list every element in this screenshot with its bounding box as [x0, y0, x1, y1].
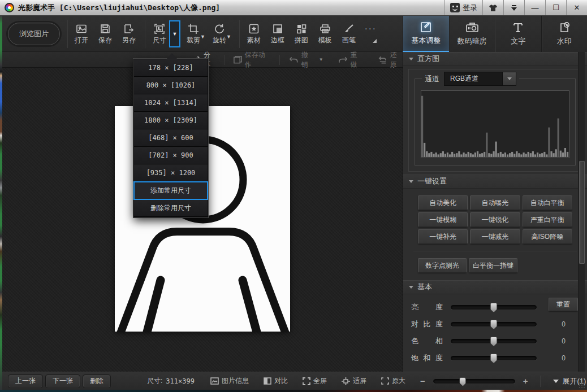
resize-grip[interactable]: [579, 382, 585, 389]
size-menu-item[interactable]: [702] × 900: [134, 147, 208, 164]
onekey-blur-button[interactable]: 一键模糊: [418, 212, 468, 227]
frame-button[interactable]: 边框: [271, 22, 284, 45]
rotate-button[interactable]: 旋转: [213, 22, 226, 45]
rotate-dropdown-arrow[interactable]: ▼: [226, 34, 231, 40]
material-button[interactable]: 素材: [247, 22, 261, 45]
size-menu-item[interactable]: 1024 × [1314]: [134, 94, 208, 112]
digital-spot-metering-button[interactable]: 数字点测光: [418, 258, 467, 273]
image-info-button[interactable]: 图片信息: [210, 376, 249, 386]
size-label: 尺寸:: [147, 376, 162, 386]
collage-button[interactable]: 拼图: [295, 22, 308, 45]
slider-thumb[interactable]: [490, 320, 498, 329]
auto-white-balance-button[interactable]: 自动白平衡: [523, 195, 572, 210]
crop-icon: [188, 22, 199, 36]
tab-digital-darkroom[interactable]: 数码暗房: [449, 16, 495, 52]
more-corner-icon: [373, 39, 377, 43]
login-button[interactable]: 登录: [444, 0, 482, 15]
channel-value: RGB通道: [444, 74, 502, 84]
brightness-slider[interactable]: [451, 305, 537, 310]
delete-common-size-item[interactable]: 删除常用尺寸: [134, 199, 208, 217]
minimize-button[interactable]: —: [524, 0, 545, 15]
collapse-triangle-icon: [409, 58, 413, 60]
original-size-button[interactable]: 原大: [381, 376, 405, 386]
zoom-out-button[interactable]: −: [420, 376, 425, 386]
histogram-plot: [421, 90, 569, 158]
close-button[interactable]: ✕: [566, 0, 587, 15]
next-image-button[interactable]: 下一张: [45, 374, 80, 388]
white-balance-one-touch-button[interactable]: 白平衡一指键: [469, 258, 517, 273]
crop-dropdown-arrow[interactable]: ▼: [200, 34, 205, 40]
tab-basic-adjust[interactable]: 基本调整: [403, 16, 449, 52]
contrast-slider[interactable]: [451, 322, 537, 326]
maximize-button[interactable]: ☐: [545, 0, 566, 15]
fit-screen-button[interactable]: 适屏: [342, 376, 366, 386]
tab-text[interactable]: 文字: [495, 16, 541, 52]
onekey-dim-light-button[interactable]: 一键减光: [470, 229, 520, 244]
saturation-slider[interactable]: [451, 356, 537, 360]
status-bar: 上一张 下一张 删除 尺寸: 311×399 图片信息 对比 全屏 适屏 原大 …: [0, 372, 587, 390]
resize-button[interactable]: 尺寸: [153, 22, 166, 45]
hue-slider[interactable]: [451, 339, 537, 343]
save-as-button[interactable]: 另存: [122, 22, 136, 45]
onekey-section-header[interactable]: 一键设置: [403, 175, 587, 189]
undo-dropdown-arrow[interactable]: ▼: [319, 57, 323, 62]
delete-image-button[interactable]: 删除: [83, 374, 111, 388]
hue-label: 色 相: [411, 336, 443, 346]
auto-beautify-button[interactable]: 自动美化: [418, 195, 468, 210]
template-button[interactable]: 模板: [318, 22, 332, 45]
toolbar-separator: [145, 20, 145, 48]
more-tools-button[interactable]: ···: [365, 24, 377, 43]
redo-button[interactable]: 重做: [338, 50, 364, 69]
channel-dropdown-button[interactable]: [502, 72, 516, 85]
slider-thumb[interactable]: [490, 303, 498, 312]
undo-icon: [289, 56, 299, 64]
zoom-in-button[interactable]: +: [523, 376, 528, 386]
browse-images-button[interactable]: 浏览图片: [8, 23, 60, 45]
auto-exposure-button[interactable]: 自动曝光: [470, 195, 520, 210]
size-menu-item[interactable]: 178 × [228]: [134, 59, 208, 77]
slider-thumb[interactable]: [490, 354, 498, 363]
collapse-window-button[interactable]: [503, 0, 524, 15]
zoom-slider[interactable]: [433, 379, 515, 384]
crop-button[interactable]: 裁剪: [187, 22, 200, 45]
previous-image-button[interactable]: 上一张: [8, 374, 43, 388]
channel-select[interactable]: RGB通道: [444, 72, 516, 86]
size-menu-item[interactable]: 800 × [1026]: [134, 77, 208, 94]
panel-scrollbar[interactable]: [578, 52, 585, 372]
contrast-label: 对 比 度: [411, 319, 443, 329]
tab-watermark[interactable]: 水印: [541, 16, 587, 52]
add-common-size-item[interactable]: 添加常用尺寸: [134, 182, 208, 199]
onekey-sharpen-button[interactable]: 一键锐化: [470, 212, 520, 227]
size-menu-item[interactable]: [468] × 600: [134, 129, 208, 147]
login-avatar-icon: [450, 3, 460, 12]
panel-scrollbar-thumb[interactable]: [579, 161, 585, 264]
histogram-section-header[interactable]: 直方图: [403, 52, 587, 66]
basic-adjust-icon: [420, 21, 432, 33]
compare-button[interactable]: 对比: [264, 376, 288, 386]
mode-tabs: 基本调整 数码暗房 文字 水印: [403, 16, 587, 52]
saturation-value: 0: [562, 354, 566, 362]
save-as-icon: [123, 22, 135, 36]
reset-button[interactable]: 重置: [549, 298, 578, 311]
undo-button[interactable]: 撤销 ▼: [289, 50, 323, 69]
size-menu-item[interactable]: 1800 × [2309]: [134, 112, 208, 129]
fullscreen-button[interactable]: 全屏: [303, 376, 327, 386]
text-T-icon: [512, 21, 524, 34]
section-divider: [413, 251, 577, 251]
onekey-fill-light-button[interactable]: 一键补光: [418, 229, 468, 244]
open-button[interactable]: 打开: [75, 22, 88, 45]
save-action-button[interactable]: 保存动作: [233, 50, 270, 69]
histogram-section-box: 通道 RGB通道: [408, 69, 582, 172]
high-iso-denoise-button[interactable]: 高ISO降噪: [523, 229, 572, 244]
restore-button[interactable]: 还原: [378, 50, 403, 69]
basic-section-header[interactable]: 基本: [403, 280, 587, 294]
save-button[interactable]: 保存: [98, 22, 112, 45]
skin-button[interactable]: [482, 0, 503, 15]
onekey-title: 一键设置: [417, 176, 447, 186]
slider-thumb[interactable]: [490, 337, 498, 346]
zoom-slider-thumb[interactable]: [459, 377, 466, 386]
size-menu-item[interactable]: [935] × 1200: [134, 164, 208, 182]
severe-white-balance-button[interactable]: 严重白平衡: [523, 212, 572, 227]
resize-dropdown-toggle[interactable]: ▼: [169, 20, 180, 47]
brush-button[interactable]: 画笔: [342, 22, 356, 45]
